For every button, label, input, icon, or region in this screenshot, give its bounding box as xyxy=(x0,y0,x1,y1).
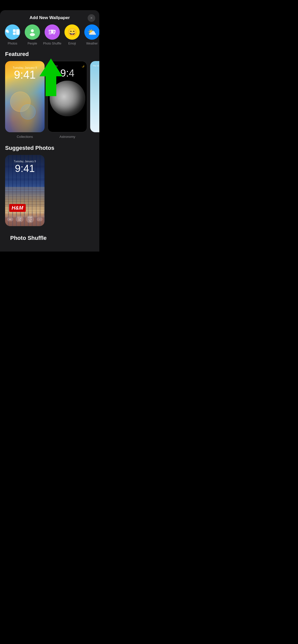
photo-shuffle-bottom: Photo Shuffle xyxy=(0,232,99,241)
hm-widget-4: → xyxy=(37,217,43,221)
featured-title: Featured xyxy=(0,51,99,61)
emoji-face-icon: 😄 xyxy=(67,28,77,37)
suggested-card-hm[interactable]: H&M Tuesday, January 9 9:41 42 7:32PM CU… xyxy=(5,155,45,226)
hm-widget-2: 7:32PM xyxy=(16,216,23,222)
hm-widget-3: CUP2:23PM xyxy=(26,216,34,223)
weather-cloud-icon: ⛅ xyxy=(88,28,97,36)
hm-date: Tuesday, January 9 xyxy=(8,160,42,163)
type-weather[interactable]: ⛅ Weather xyxy=(82,24,99,46)
people-icon-circle xyxy=(25,24,40,40)
hm-widgets: 42 7:32PM CUP2:23PM → xyxy=(7,216,43,223)
featured-section: Featured xyxy=(0,51,99,145)
featured-card-astronomy[interactable]: Thu 22 🌙 9:4 Astronomy xyxy=(48,61,87,139)
wallpaper-sheet: Add New Wallpaper × P xyxy=(0,10,99,252)
weather-time: 9:41 xyxy=(93,67,99,79)
svg-rect-5 xyxy=(16,29,20,35)
shuffle-icon-circle xyxy=(45,24,60,40)
featured-card-weather[interactable]: Thu 22 · Cupertino 9:41 72° Partly Cloud… xyxy=(90,61,99,139)
photo-shuffle-title: Photo Shuffle xyxy=(5,235,94,241)
suggested-section: Suggested Photos H&M Tuesday, Janua xyxy=(0,145,99,232)
type-shuffle[interactable]: Photo Shuffle xyxy=(42,24,62,46)
photos-icon-circle xyxy=(5,24,20,40)
sheet-title: Add New Wallpaper xyxy=(30,15,70,20)
close-button[interactable]: × xyxy=(88,14,95,22)
suggested-grid: H&M Tuesday, January 9 9:41 42 7:32PM CU… xyxy=(0,155,99,226)
weather-date: Thu 22 · Cupertino xyxy=(93,65,99,67)
type-shuffle-label: Photo Shuffle xyxy=(43,42,61,46)
hm-time-overlay: Tuesday, January 9 9:41 xyxy=(5,155,45,174)
photos-icon xyxy=(5,28,12,36)
emoji-icon-circle: 😄 xyxy=(64,24,80,40)
svg-point-7 xyxy=(30,33,35,36)
hm-widget-1: 42 xyxy=(7,217,13,221)
hm-time: 9:41 xyxy=(8,163,42,174)
weather-icon-circle: ⛅ xyxy=(84,24,99,40)
collections-label: Collections xyxy=(17,135,33,139)
type-emoji[interactable]: 😄 Emoji xyxy=(62,24,82,46)
type-people-label: People xyxy=(28,42,37,46)
weather-preview: Thu 22 · Cupertino 9:41 72° Partly Cloud… xyxy=(90,61,99,132)
weather-widget-row: 42 6 xyxy=(90,125,99,130)
type-people[interactable]: People xyxy=(22,24,42,46)
moon-graphic xyxy=(50,81,85,116)
svg-point-6 xyxy=(31,29,34,32)
sheet-header: Add New Wallpaper × xyxy=(0,10,99,24)
featured-card-collections[interactable]: Tuesday, January 9 9:41 Collections xyxy=(5,61,45,139)
hm-sign: H&M xyxy=(9,204,26,212)
astronomy-date: Thu 22 xyxy=(50,65,58,67)
type-photos[interactable]: Photos xyxy=(3,24,22,46)
astronomy-preview: Thu 22 🌙 9:4 xyxy=(48,61,87,132)
suggested-title: Suggested Photos xyxy=(0,145,99,155)
collections-preview: Tuesday, January 9 9:41 xyxy=(5,61,45,132)
close-icon: × xyxy=(90,16,92,20)
hm-preview: H&M Tuesday, January 9 9:41 42 7:32PM CU… xyxy=(5,155,45,226)
astronomy-time: 9:4 xyxy=(50,67,84,79)
type-photos-label: Photos xyxy=(8,42,17,46)
wallpaper-types-row: Photos People xyxy=(0,24,99,51)
collections-time: 9:41 xyxy=(8,69,42,80)
type-weather-label: Weather xyxy=(86,42,98,46)
featured-scroll: Tuesday, January 9 9:41 Collections xyxy=(0,61,99,139)
shuffle-svg-icon xyxy=(48,28,57,36)
people-svg-icon xyxy=(28,28,37,36)
photos-svg-icon xyxy=(12,28,20,36)
svg-rect-3 xyxy=(13,29,16,32)
svg-rect-4 xyxy=(13,33,16,35)
astronomy-label: Astronomy xyxy=(59,135,75,139)
type-emoji-label: Emoji xyxy=(68,42,76,46)
